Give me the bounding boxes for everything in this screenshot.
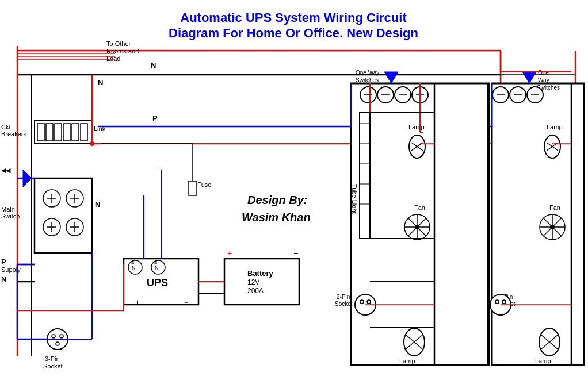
one-way-switches-right-label2: Way	[538, 77, 549, 83]
three-pin-label2: Socket	[43, 363, 63, 370]
lamp-top-left-label: Lamp	[408, 124, 425, 130]
svg-rect-17	[55, 124, 62, 141]
svg-point-115	[502, 300, 506, 304]
to-other-rooms-label: To Other	[106, 40, 131, 47]
svg-point-58	[56, 342, 59, 345]
svg-point-91	[360, 300, 364, 304]
ckt-breakers-label2: Breakers	[1, 130, 27, 137]
svg-text:12V: 12V	[247, 278, 259, 286]
svg-text:N: N	[132, 265, 136, 271]
svg-rect-15	[37, 124, 44, 141]
svg-rect-18	[63, 124, 70, 141]
svg-rect-20	[81, 124, 87, 141]
n-label-top: N	[151, 61, 156, 70]
svg-text:E: E	[131, 260, 134, 265]
p-label-mid: P	[152, 114, 158, 122]
svg-rect-16	[46, 124, 53, 141]
two-pin-socket-left-label: 2-Pin	[337, 294, 350, 300]
svg-point-112	[550, 225, 555, 229]
fuse-label: Fuse	[197, 181, 211, 188]
svg-text:+: +	[227, 248, 232, 258]
lamp-bottom-left-label: Lamp	[399, 358, 415, 364]
one-way-switches-right-label: One	[538, 70, 549, 76]
fan-right-label: Fan	[549, 204, 560, 211]
fan-left-label: Fan	[414, 204, 425, 211]
arrow-left-indicator: ◀◀	[1, 167, 11, 174]
svg-rect-19	[72, 124, 79, 141]
svg-rect-23	[35, 178, 92, 253]
title-line1: Automatic UPS System Wiring Circuit	[180, 10, 407, 25]
tube-light-label: Tube Light	[351, 184, 358, 214]
to-other-rooms-label3: Load	[106, 55, 120, 62]
svg-text:+: +	[135, 298, 139, 306]
svg-point-56	[52, 335, 55, 338]
two-pin-socket-left-label2: Socket	[335, 301, 353, 307]
three-pin-label: 3-Pin	[45, 355, 60, 362]
n-label-left: N	[98, 78, 103, 87]
battery-label: Battery	[247, 269, 274, 278]
svg-rect-53	[189, 181, 197, 195]
one-way-switches-left-label2: Switches	[356, 77, 379, 83]
svg-text:200A: 200A	[247, 287, 264, 295]
to-other-rooms-label2: Rooms and	[106, 48, 139, 55]
ups-label: UPS	[147, 277, 168, 289]
main-switch-label2: Switch	[1, 213, 20, 220]
ckt-breakers-label: Ckt	[1, 124, 11, 130]
svg-text:N: N	[155, 265, 159, 271]
svg-text:E: E	[154, 260, 157, 265]
svg-point-57	[60, 335, 63, 338]
main-switch-label: Main	[1, 206, 15, 213]
svg-point-114	[495, 300, 499, 304]
p-supply-label: P	[1, 258, 6, 266]
svg-text:−: −	[184, 298, 188, 306]
lamp-bottom-right-label: Lamp	[535, 358, 551, 364]
one-way-switches-left-label: One Way	[356, 70, 379, 76]
link-label: Link	[94, 125, 106, 132]
svg-point-89	[415, 225, 419, 229]
designer-name: Wasim Khan	[242, 211, 311, 224]
svg-point-92	[367, 300, 371, 304]
design-by-label: Design By:	[247, 194, 307, 206]
svg-rect-96	[492, 83, 584, 365]
diagram-container: Automatic UPS System Wiring Circuit Diag…	[0, 0, 588, 384]
lamp-top-right-label: Lamp	[547, 124, 563, 130]
svg-text:−: −	[293, 248, 298, 258]
n-label-switch: N	[95, 200, 100, 209]
n-supply-label: N	[1, 275, 6, 283]
title-line2: Diagram For Home Or Office. New Design	[169, 26, 418, 40]
svg-rect-75	[360, 112, 370, 239]
svg-rect-47	[224, 259, 299, 305]
